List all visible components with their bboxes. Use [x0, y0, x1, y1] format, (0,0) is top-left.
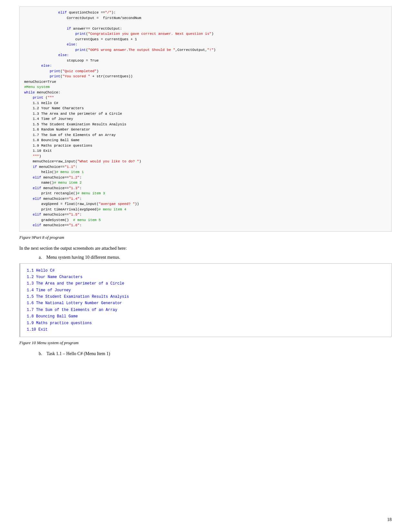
- code-block-1: elif questionChoice =="/"): CorrectOutpu…: [19, 6, 392, 232]
- list-text-b: Task 1.1 – Hello C# (Menu Item 1): [46, 351, 110, 356]
- terminal-menu-block: 1.1 Hello C# 1.2 Your Name Characters 1.…: [19, 263, 392, 337]
- figure9-caption: Figure 9Part 8 of program: [19, 235, 392, 240]
- page-number: 18: [387, 517, 392, 522]
- list-text-a: Menu system having 10 different menus.: [46, 255, 120, 260]
- list-label-a: a.: [39, 255, 42, 260]
- list-item-b: b. Task 1.1 – Hello C# (Menu Item 1): [39, 351, 392, 356]
- list-label-b: b.: [39, 351, 42, 356]
- list-item-a: a. Menu system having 10 different menus…: [39, 255, 392, 260]
- body-text: In the next section the output screensho…: [19, 246, 392, 251]
- figure10-caption: Figure 10 Menu system of program: [19, 340, 392, 345]
